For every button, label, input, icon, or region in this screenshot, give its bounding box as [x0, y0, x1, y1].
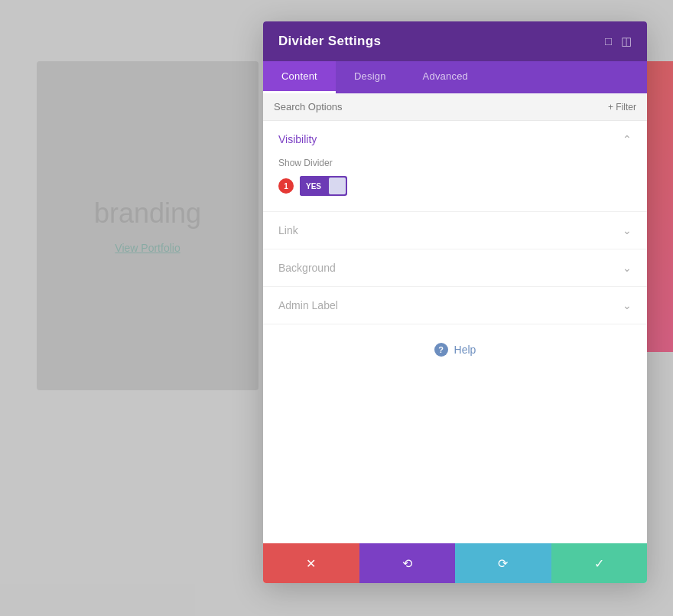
badge-1: 1: [278, 178, 294, 194]
panel-tabs: Content Design Advanced: [263, 61, 647, 93]
reset-button[interactable]: ⟲: [359, 543, 456, 583]
search-input[interactable]: [274, 101, 608, 112]
search-bar: + Filter: [263, 93, 647, 121]
help-section: ? Help: [263, 324, 647, 375]
help-icon: ?: [434, 343, 448, 357]
panel-body: Visibility ⌃ Show Divider 1 YES Link ⌄: [263, 121, 647, 543]
toggle-container: 1 YES: [278, 176, 632, 196]
link-title: Link: [278, 224, 298, 236]
redo-icon: ⟳: [498, 556, 508, 571]
admin-label-section-header[interactable]: Admin Label ⌄: [263, 287, 647, 324]
section-link: Link ⌄: [263, 212, 647, 249]
panel-title: Divider Settings: [278, 34, 381, 49]
link-section-header[interactable]: Link ⌄: [263, 212, 647, 249]
admin-label-chevron-icon: ⌄: [623, 299, 632, 311]
show-divider-toggle[interactable]: YES: [300, 176, 347, 196]
save-button[interactable]: ✓: [551, 543, 648, 583]
visibility-content: Show Divider 1 YES: [263, 152, 647, 211]
tab-advanced[interactable]: Advanced: [405, 61, 486, 93]
panel-header-icons: □ ◫: [605, 34, 632, 48]
tab-content[interactable]: Content: [263, 61, 336, 93]
admin-label-title: Admin Label: [278, 299, 338, 311]
panel-spacer: [263, 375, 647, 543]
reset-icon: ⟲: [402, 556, 412, 571]
link-chevron-icon: ⌄: [623, 224, 632, 236]
filter-button[interactable]: + Filter: [608, 102, 636, 112]
expand-icon[interactable]: □: [605, 34, 612, 48]
redo-button[interactable]: ⟳: [455, 543, 551, 583]
panel-header: Divider Settings □ ◫: [263, 21, 647, 61]
section-background: Background ⌄: [263, 249, 647, 287]
show-divider-label: Show Divider: [278, 158, 632, 168]
help-text[interactable]: Help: [454, 344, 476, 356]
settings-panel: Divider Settings □ ◫ Content Design Adva…: [263, 21, 647, 583]
background-title: Background: [278, 262, 336, 274]
cancel-button[interactable]: ✕: [263, 543, 359, 583]
toggle-yes-label: YES: [300, 176, 327, 196]
cancel-icon: ✕: [306, 556, 316, 571]
visibility-chevron-icon: ⌃: [623, 133, 632, 145]
visibility-title: Visibility: [278, 133, 317, 145]
background-section-header[interactable]: Background ⌄: [263, 249, 647, 286]
section-admin-label: Admin Label ⌄: [263, 287, 647, 324]
action-bar: ✕ ⟲ ⟳ ✓: [263, 543, 647, 583]
background-chevron-icon: ⌄: [623, 262, 632, 274]
tab-design[interactable]: Design: [336, 61, 405, 93]
toggle-handle: [329, 178, 346, 194]
save-icon: ✓: [594, 556, 604, 571]
section-visibility: Visibility ⌃ Show Divider 1 YES: [263, 121, 647, 212]
layout-icon[interactable]: ◫: [621, 34, 632, 48]
visibility-section-header[interactable]: Visibility ⌃: [263, 121, 647, 152]
